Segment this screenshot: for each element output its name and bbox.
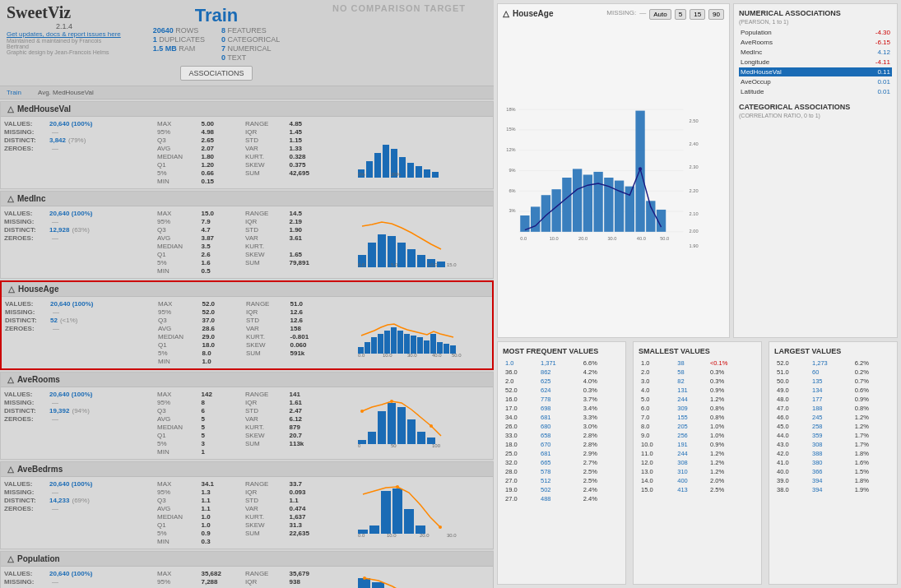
assoc-row-averrooms[interactable]: AveRooms -6.15 — [739, 38, 892, 47]
feature-medinc-content: VALUES:20,640 (100%) MISSING:— DISTINCT:… — [1, 206, 493, 278]
feature-avebedrms: △ AveBedrms VALUES:20,640 (100%) MISSING… — [0, 461, 494, 549]
assoc-row-latitude[interactable]: Latitude 0.01 — [739, 87, 892, 96]
table-row: 19.05022.4% — [503, 485, 620, 494]
svg-rect-104 — [562, 178, 571, 232]
feature-stats-avebedrms: MAX34.1RANGE33.7 95%1.3IQR0.093 Q31.1STD… — [152, 480, 333, 545]
train-label: Train — [195, 5, 239, 26]
svg-point-121 — [639, 167, 642, 170]
assoc-name-latitude: Latitude — [741, 88, 764, 95]
svg-rect-49 — [397, 407, 406, 444]
svg-text:0.0: 0.0 — [358, 533, 365, 538]
table-row: 14.04002.0% — [639, 476, 756, 485]
assoc-val-aveoccup: 0.01 — [877, 78, 890, 86]
feature-averrooms-header[interactable]: △ AveRooms — [1, 373, 493, 387]
svg-rect-50 — [407, 419, 416, 444]
svg-rect-46 — [368, 432, 376, 444]
assoc-name-medhouseval: MedHouseVal — [741, 68, 782, 76]
chart-svg-houseage: 0.0 10.0 30.0 40.0 50.0 — [358, 304, 465, 358]
credit-text: Maintained & maintained by Francois Bert… — [7, 38, 122, 49]
associations-button[interactable]: ASSOCIATIONS — [180, 66, 253, 81]
table-row: 10.01910.9% — [639, 440, 756, 449]
assoc-val-longitude: -4.11 — [875, 58, 890, 66]
feature-population-content: VALUES:20,640 (100%) MISSING:— DISTINCT:… — [1, 567, 493, 588]
feature-chart-population: 0.0k 10.0k 20.0k 30.0k — [333, 570, 490, 588]
svg-text:2.10: 2.10 — [690, 211, 699, 216]
table-row: 47.01880.8% — [774, 404, 892, 413]
table-row: 28.05782.5% — [503, 467, 620, 476]
svg-text:3%: 3% — [509, 208, 515, 213]
features-scroll[interactable]: △ MedHouseVal VALUES:20,640 (100%) MISSI… — [0, 100, 494, 588]
feature-chart-averrooms: 0 50 100 — [333, 391, 490, 448]
table-row: 48.01770.9% — [774, 395, 892, 404]
chart-5-btn[interactable]: 5 — [675, 9, 686, 20]
largest-values-panel: LARGEST VALUES 52.01,2736.2% 51.0600.2% … — [769, 341, 898, 585]
houseage-large-chart: 18% 15% 12% 9% 6% 3% — [503, 23, 724, 332]
svg-text:2.30: 2.30 — [690, 164, 699, 169]
svg-text:50: 50 — [391, 443, 397, 448]
svg-text:0.0: 0.0 — [520, 236, 527, 241]
chart-svg-medinc: 0.0 5.0 10.0 15.0 — [358, 218, 465, 267]
table-row: 11.02441.2% — [639, 449, 756, 458]
feature-avebedrms-header[interactable]: △ AveBedrms — [1, 462, 493, 477]
update-link[interactable]: Get updates, docs & report issues here — [7, 30, 122, 38]
houseage-chart-panel: △ HouseAge MISSING: — Auto 5 15 90 18% 1… — [497, 3, 730, 338]
assoc-row-longitude[interactable]: Longitude -4.11 — [739, 58, 892, 67]
table-row: 40.03661.5% — [774, 467, 892, 476]
svg-rect-109 — [615, 181, 624, 232]
svg-point-55 — [430, 424, 433, 428]
svg-rect-29 — [384, 331, 390, 354]
feature-houseage-header[interactable]: △ HouseAge — [2, 282, 492, 297]
chart-svg-avebedrms: 0.0 10.0 20.0 30.0 — [358, 484, 465, 538]
svg-rect-63 — [404, 509, 414, 534]
table-row: 33.06582.8% — [503, 431, 620, 440]
assoc-row-population[interactable]: Population -4.30 — [739, 28, 892, 37]
svg-text:2.00: 2.00 — [690, 229, 699, 234]
chart-svg-medhouseval: 0% 20% — [358, 128, 465, 178]
table-row: 38.03941.9% — [774, 485, 892, 494]
svg-rect-111 — [635, 111, 644, 232]
assoc-row-medinc[interactable]: MedInc 4.12 — [739, 48, 892, 57]
svg-text:0%: 0% — [358, 172, 365, 177]
svg-rect-105 — [573, 169, 582, 231]
table-row: 18.06702.8% — [503, 440, 620, 449]
svg-text:15.0: 15.0 — [447, 262, 457, 267]
categorical-assoc-subtitle: (CORRELATION RATIO, 0 to 1) — [739, 113, 892, 118]
assoc-row-medhouseval[interactable]: MedHouseVal 0.11 — [739, 67, 892, 76]
svg-text:1.90: 1.90 — [690, 243, 699, 248]
assoc-name-medinc: MedInc — [741, 49, 762, 56]
chart-controls[interactable]: MISSING: — Auto 5 15 90 — [606, 9, 724, 20]
svg-text:15%: 15% — [506, 127, 515, 132]
svg-rect-106 — [583, 174, 592, 231]
svg-rect-28 — [378, 334, 383, 354]
svg-rect-18 — [417, 255, 425, 267]
svg-rect-13 — [368, 243, 376, 267]
feature-population-header[interactable]: △ Population — [1, 552, 493, 567]
svg-rect-16 — [397, 243, 406, 267]
chart-auto-btn[interactable]: Auto — [649, 9, 671, 20]
table-row: 17.06983.4% — [503, 404, 620, 413]
table-row: 6.03090.8% — [639, 404, 756, 413]
svg-rect-51 — [417, 432, 425, 444]
feature-medinc-header[interactable]: △ MedInc — [1, 192, 493, 206]
feature-medhouseval-header[interactable]: △ MedHouseVal — [1, 102, 493, 117]
svg-rect-37 — [437, 342, 443, 354]
numerical-icon-houseage: △ — [8, 285, 15, 294]
svg-text:10.0: 10.0 — [383, 353, 392, 358]
svg-rect-17 — [407, 249, 416, 267]
svg-rect-62 — [392, 488, 402, 534]
feature-population-name: Population — [17, 554, 60, 563]
svg-rect-9 — [432, 172, 439, 178]
assoc-name-population: Population — [741, 29, 772, 36]
chart-90-btn[interactable]: 90 — [708, 9, 724, 20]
train-stats-col2: 8 FEATURES 0 CATEGORICAL 7 NUMERICAL 0 T… — [221, 26, 280, 63]
feature-chart-avebedrms: 0.0 10.0 20.0 30.0 — [333, 480, 490, 538]
svg-rect-36 — [430, 334, 436, 354]
svg-text:12%: 12% — [506, 147, 515, 152]
svg-text:30.0: 30.0 — [407, 353, 417, 358]
svg-point-66 — [439, 525, 442, 529]
svg-text:0.0: 0.0 — [358, 262, 365, 267]
svg-text:18%: 18% — [506, 107, 515, 112]
chart-15-btn[interactable]: 15 — [690, 9, 705, 20]
assoc-row-aveoccup[interactable]: AveOccup 0.01 — [739, 77, 892, 86]
svg-rect-101 — [531, 206, 540, 231]
